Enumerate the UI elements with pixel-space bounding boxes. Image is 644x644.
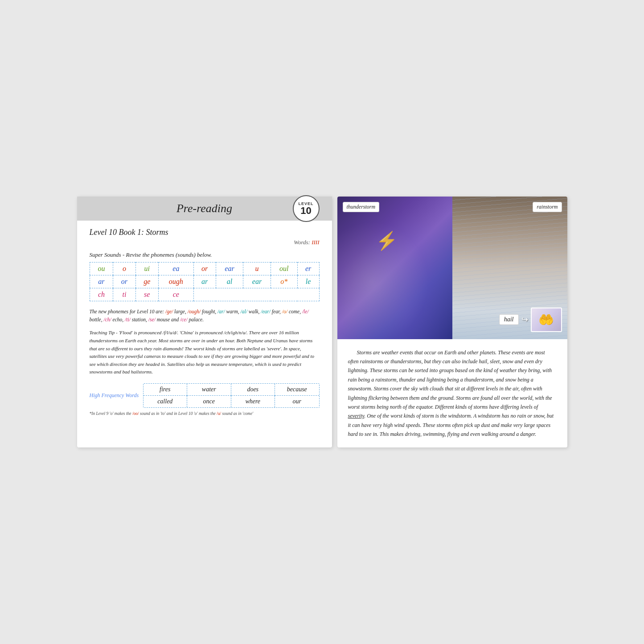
phoneme-ge: ge	[135, 275, 159, 288]
phoneme-ear1: ear	[216, 262, 243, 275]
right-panel: thunderstorm rainstorm hail ↪ Storms are…	[337, 197, 567, 448]
phoneme-or2: or	[113, 275, 135, 288]
hail-section: hail ↪	[499, 308, 562, 332]
phoneme-ostar: o*	[271, 275, 297, 288]
images-section: thunderstorm rainstorm hail ↪	[337, 197, 567, 339]
hfw-section: High Frequency Words fires water does be…	[90, 383, 320, 408]
phoneme-ar1: ar	[90, 275, 113, 288]
article-section: Storms are weather events that occur on …	[337, 339, 567, 448]
phoneme-or1: or	[193, 262, 216, 275]
rainstorm-label: rainstorm	[533, 202, 562, 212]
hail-label: hail	[499, 314, 519, 325]
hfw-called: called	[144, 396, 188, 407]
super-sounds-title: Super Sounds - Revise the phonemes (soun…	[90, 251, 320, 258]
rainstorm-image: rainstorm hail ↪	[452, 197, 567, 339]
phoneme-u: u	[243, 262, 271, 275]
prereading-header: Pre-reading LEVEL 10	[77, 197, 332, 221]
hfw-water: water	[187, 384, 231, 396]
level-number: 10	[300, 206, 311, 216]
phoneme-ce: ce	[159, 288, 194, 301]
hfw-once: once	[187, 396, 231, 407]
hfw-does: does	[231, 384, 275, 396]
phonics-row-1: ou o ui ea or ear u oul er	[90, 262, 319, 275]
hfw-grid: fires water does because called once whe…	[143, 383, 320, 408]
hail-image	[531, 308, 562, 332]
words-line: Words: IIII	[90, 239, 320, 246]
hfw-fires: fires	[144, 384, 188, 396]
thunderstorm-label: thunderstorm	[343, 202, 380, 212]
hfw-our: our	[275, 396, 319, 407]
phonics-row-3: ch ti se ce	[90, 288, 319, 301]
level-badge: LEVEL 10	[293, 195, 320, 222]
hail-arrow-icon: ↪	[521, 315, 528, 324]
book-title: Level 10 Book 1: Storms	[90, 228, 320, 237]
footnote: *In Level 9 'o' makes the /oo/ sound as …	[90, 411, 320, 416]
hfw-where: where	[231, 396, 275, 407]
hfw-label: High Frequency Words	[90, 392, 143, 399]
left-panel: Pre-reading LEVEL 10 Level 10 Book 1: St…	[77, 197, 332, 448]
phoneme-ti: ti	[113, 288, 135, 301]
thunderstorm-image: thunderstorm	[337, 197, 452, 339]
teaching-tip: Teaching Tip - 'Flood' is pronounced /f/…	[90, 329, 320, 376]
phonics-row-2: ar or ge ough ar al ear o* le	[90, 275, 319, 288]
phoneme-ear2: ear	[243, 275, 271, 288]
phoneme-ea1: ea	[159, 262, 194, 275]
words-tally: IIII	[312, 239, 319, 246]
prereading-title: Pre-reading	[176, 202, 232, 215]
phoneme-oul: oul	[271, 262, 297, 275]
phonemes-description: The new phonemes for Level 10 are: /ge/ …	[90, 308, 320, 324]
page-container: Pre-reading LEVEL 10 Level 10 Book 1: St…	[77, 197, 567, 448]
article-text: Storms are weather events that occur on …	[348, 348, 557, 439]
words-label: Words:	[294, 239, 310, 246]
phoneme-ar2: ar	[193, 275, 216, 288]
phoneme-ch: ch	[90, 288, 113, 301]
phoneme-o: o	[113, 262, 135, 275]
hfw-because: because	[275, 384, 319, 396]
phonics-table: ou o ui ea or ear u oul er ar or ge ough…	[90, 262, 320, 301]
phoneme-le: le	[297, 275, 319, 288]
phoneme-ui: ui	[135, 262, 159, 275]
phoneme-empty	[193, 288, 319, 301]
phoneme-ou: ou	[90, 262, 113, 275]
phoneme-al: al	[216, 275, 243, 288]
phoneme-ough: ough	[159, 275, 194, 288]
phoneme-er: er	[297, 262, 319, 275]
phoneme-se: se	[135, 288, 159, 301]
